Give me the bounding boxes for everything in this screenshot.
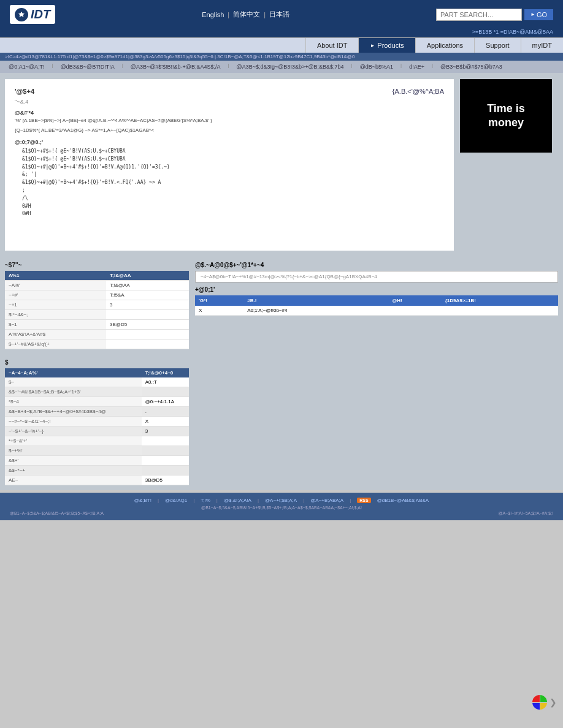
- lower2: $ ~A~4~A;A%' T;!&@0+4~0 $~ A0.;T &$~'~#&…: [0, 354, 563, 490]
- footer-sep-5: |: [350, 498, 351, 503]
- lower2-row-0-label: $~: [5, 377, 142, 387]
- nav-products-arrow: ►: [370, 43, 375, 48]
- corner-color-icon: [532, 695, 547, 710]
- footer-link-5[interactable]: @A~+B;ABA;A: [310, 498, 343, 503]
- results-header-col2: #B.!: [243, 295, 388, 306]
- footer-link-4[interactable]: @A~+!;$B;A;A: [265, 498, 297, 503]
- nav-myidt[interactable]: myIDT: [521, 38, 563, 53]
- search-bar-container: ~4~A$@0b~T!A~+%1@#~13m|@><%{?1{~b+&~>c@A…: [195, 271, 558, 282]
- right-panel-title: @$.~A@0@$+~'@1*+~4: [195, 262, 558, 268]
- lower2-row-4: ~~#~*~$'~&!1'~4~;! X: [5, 417, 189, 427]
- search-input[interactable]: [436, 9, 522, 21]
- lower2-row-5: ~'~$+'~&~%+'~} 3: [5, 427, 189, 436]
- panel-row-0-label: ~A%': [5, 281, 106, 290]
- footer-links: @&;BT! | @d&!AQ1 | T;!% | @$.&!;A;A!A | …: [10, 498, 553, 503]
- code-line-7: 0#H: [22, 203, 444, 211]
- results-row-0-col2: A0;1'A;~@!!0b~#4: [243, 306, 388, 316]
- results-header-row: 'G*! #B.! @H! {1D9A9>=1B!: [195, 295, 558, 306]
- header-search: ► GO: [436, 9, 553, 21]
- subnav-item-5[interactable]: d!AE+: [405, 63, 428, 71]
- logo-box[interactable]: IDT: [10, 5, 55, 24]
- lower2-table: ~A~4~A;A%' T;!&@0+4~0 $~ A0.;T &$~'~#&!$…: [5, 368, 189, 485]
- nav-support[interactable]: Support: [474, 38, 521, 53]
- results-table: 'G*! #B.! @H! {1D9A9>=1B! X A0;1'A;~@!!0…: [195, 295, 558, 316]
- subnav: @0;A1~@A;T! | @dB3&B~@B7!D!T!A | @A3B~@#…: [0, 61, 563, 73]
- ad-box[interactable]: Time is money: [460, 79, 552, 153]
- subnav-item-4[interactable]: @dB~b$%A1: [356, 63, 397, 71]
- footer-link-3[interactable]: @$.&!;A;A!A: [224, 498, 251, 503]
- lower2-row-6-label: *+$~&'+': [5, 436, 142, 446]
- nav-about[interactable]: About IDT: [305, 38, 359, 53]
- panel-row-1: ~+#' T;!5&A: [5, 290, 189, 300]
- lower2-row-0-value: A0.;T: [142, 377, 189, 387]
- right-panel: @$.~A@0@$+~'@1*+~4 ~4~A$@0b~T!A~+%1@#~13…: [195, 262, 558, 349]
- panel-table: A%1 T;!&@AA ~A%' T;!&@AA ~+#' T;!5&A ~+1…: [5, 271, 189, 349]
- lang-english[interactable]: English: [202, 11, 224, 18]
- footer: @&;BT! | @d&!AQ1 | T;!% | @$.&!;A;A!A | …: [0, 493, 563, 520]
- header-lang: English | 简体中文 | 日本語: [202, 10, 289, 19]
- subnav-item-6[interactable]: @B3~B$b@#$75@b7A3: [437, 63, 506, 71]
- lower-content: ~$7''~ A%1 T;!&@AA ~A%' T;!&@AA ~+#' T;!…: [0, 257, 563, 354]
- subnav-item-1[interactable]: @dB3&B~@B7!D!T!A: [57, 63, 118, 71]
- lower2-row-7: $~+%': [5, 446, 189, 456]
- lower2-row-5-label: ~'~$+'~&~%+'~}: [5, 427, 142, 436]
- nav-applications[interactable]: Applications: [415, 38, 474, 53]
- panel-row-6-value: [106, 339, 189, 349]
- lower2-row-10-label: AE~: [5, 476, 142, 485]
- subnav-item-0[interactable]: @0;A1~@A;T!: [5, 63, 48, 71]
- section2-title: @:0;7@0.;': [15, 139, 444, 145]
- code-line-0: &1$Q}~+#$+!{ @E~'B!V(AS;U.$~+CBYUBA: [22, 148, 444, 156]
- results-row-0[interactable]: X A0;1'A;~@!!0b~#4: [195, 306, 558, 316]
- lower2-row-7-label: $~+%': [5, 446, 142, 456]
- header-myidt[interactable]: >=B13B *1 =D!AB~@AM&@5AA: [0, 29, 563, 37]
- subnav-item-3[interactable]: @A3B~$;d&3Ig~@B3I3&b>+@B;&B&$;7b4: [233, 63, 348, 71]
- code-line-8: 0#H: [22, 210, 444, 218]
- header-top: IDT English | 简体中文 | 日本語 ► GO: [0, 0, 563, 29]
- panel-title: ~$7''~: [5, 262, 189, 268]
- content-subtitle: ''~&.4: [15, 99, 444, 105]
- lower2-row-4-value: X: [142, 417, 189, 427]
- lower2-row-3-label: &$~B+4~$;A!'B~$&+~+4~@0+$#4b3B$~4@: [5, 407, 142, 417]
- rss-badge[interactable]: RSS: [357, 498, 370, 503]
- panel-row-5-label: A'%'A$'!A+&'A#$: [5, 330, 106, 339]
- nav-products[interactable]: ► Products: [358, 38, 415, 53]
- go-button[interactable]: ► GO: [524, 9, 553, 20]
- footer-link-7[interactable]: @dB1B~@AB&$;AB&A: [377, 498, 429, 503]
- sidebar-right: Time is money: [460, 79, 558, 251]
- panel-header-row: A%1 T;!&@AA: [5, 271, 189, 281]
- lang-chinese[interactable]: 简体中文: [233, 10, 260, 19]
- code-line-4: &1$Q}~+#|@Q}'=B~+4'#$+!{Q}'=B!V.<.FQ{'.A…: [22, 179, 444, 187]
- subnav-item-2[interactable]: @A3B~@#$'$!B!!&b-+@B;&A4S$;/A: [127, 63, 224, 71]
- corner-arrow-icon[interactable]: ❯: [550, 697, 557, 707]
- code-block: &1$Q}~+#$+!{ @E~'B!V(AS;U.$~+CBYUBA &1$Q…: [15, 148, 444, 218]
- panel-row-5-value: [106, 330, 189, 339]
- panel-row-5: A'%'A$'!A+&'A#$: [5, 330, 189, 339]
- section1-title: @&#'*4: [15, 110, 444, 116]
- footer-link-1[interactable]: @d&!AQ1: [165, 498, 187, 503]
- panel-row-1-value: T;!5&A: [106, 290, 189, 300]
- code-line-2: &1$Q}~+#|@Q}'=B~+4'#$+!{Q}'=B!V.A@{Q}1.'…: [22, 164, 444, 172]
- lower2-row-2-value: @0:~+4:1.1A: [142, 397, 189, 407]
- lower2-row-2: *$~4 @0:~+4:1.1A: [5, 397, 189, 407]
- panel-row-4: $~1 3B@D5: [5, 320, 189, 330]
- lower2-row-8-value: [142, 456, 189, 466]
- code-line-1: &1$Q}~+#$+!{ @E~'B!V(AS;U.$~+CBYUBA: [22, 156, 444, 164]
- lower2-header-col1: ~A~4~A;A%': [5, 368, 142, 377]
- panel-header-col2: T;!&@AA: [106, 271, 189, 281]
- panel-row-3: $!*~4&~;: [5, 310, 189, 320]
- footer-link-2[interactable]: T;!%: [201, 498, 210, 503]
- footer-copy: @B1~A~$;5&A~$;AB!&!5~A+$!;B;$5~A$+;!B;A;…: [10, 506, 553, 510]
- lower2-row-9-label: &$~*~+: [5, 466, 142, 476]
- footer-sep-1: |: [193, 498, 194, 503]
- lower2-title: $: [5, 359, 558, 366]
- panel-row-1-label: ~+#': [5, 290, 106, 300]
- footer-link-0[interactable]: @&;BT!: [134, 498, 151, 503]
- lower2-row-3: &$~B+4~$;A!'B~$&+~+4~@0+$#4b3B$~4@ .: [5, 407, 189, 417]
- lower2-row-10: AE~ 3B@D5: [5, 476, 189, 485]
- lang-japanese[interactable]: 日本語: [269, 10, 289, 19]
- lower2-row-3-value: .: [142, 407, 189, 417]
- lower2-row-1-value: [142, 387, 189, 397]
- lower2-row-9: &$~*~+: [5, 466, 189, 476]
- panel-row-3-value: [106, 310, 189, 320]
- lower2-row-8-label: &$+': [5, 456, 142, 466]
